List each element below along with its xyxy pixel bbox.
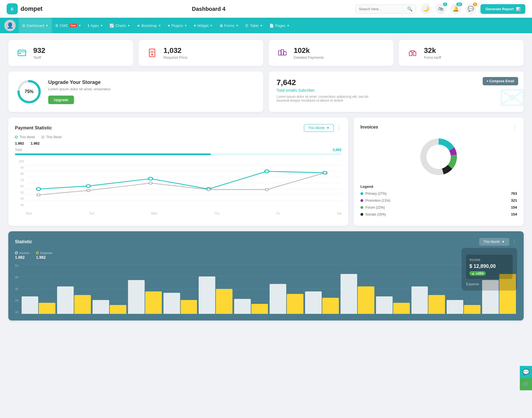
widget-arrow-icon: ▼ [210, 24, 213, 27]
statistic-month-button[interactable]: This Month ▼ [479, 238, 509, 246]
cms-icon: ⚙ [55, 24, 58, 28]
bar-yellow [251, 304, 268, 314]
svg-point-32 [149, 182, 152, 184]
svg-point-25 [86, 184, 90, 188]
widget-label: Widget [197, 24, 208, 28]
nav-item-forms[interactable]: 🖶 Forms ▼ [216, 18, 242, 33]
upgrade-button[interactable]: Upgrade [48, 96, 74, 104]
force-tariff-text: 32k Force tariff [424, 46, 441, 60]
statistic-legend-row: Income 1.982 Expense 1.982 [15, 251, 517, 260]
storage-card: 75% Upgrade Your Storage Lorem ipsum dol… [8, 71, 263, 112]
header-right: 🔍 🌙 🛍 2 🔔 12 💬 5 Generate Report 📊 [355, 4, 525, 14]
moon-toggle-button[interactable]: 🌙 [421, 4, 431, 14]
statistic-options-icon[interactable]: ⋮ [512, 239, 517, 245]
tariff-icon [15, 46, 29, 60]
week2-value: 1.982 [31, 141, 40, 145]
search-input[interactable] [359, 7, 405, 11]
statistic-card: Statistic This Month ▼ ⋮ Income 1.982 [8, 231, 524, 320]
bootstrap-icon: ★ [137, 24, 140, 28]
messages-badge: 5 [473, 2, 477, 6]
messages-button[interactable]: 💬 5 [466, 4, 476, 14]
search-box[interactable]: 🔍 [355, 4, 416, 14]
bar-group [341, 274, 374, 314]
tariff-value: 932 [33, 46, 45, 55]
payment-options-icon[interactable]: ⋮ [337, 125, 342, 131]
statistic-y-labels: 50 40 30 20 10 [15, 264, 21, 314]
required-price-value: 1,032 [163, 46, 187, 55]
statistic-header: Statistic This Month ▼ ⋮ [15, 238, 517, 246]
statistic-bars [21, 264, 517, 314]
nav-item-dashboard[interactable]: ⊞ Dashboard ▼ [19, 18, 52, 33]
expense-section-label: Expense [466, 282, 513, 286]
nav-item-pages[interactable]: 📄 Pages ▼ [266, 18, 293, 33]
svg-point-31 [87, 189, 90, 192]
notification-bell-button[interactable]: 🔔 12 [451, 4, 461, 14]
bar-yellow [39, 303, 55, 314]
bar-white [411, 286, 428, 314]
charts-icon: 📈 [109, 24, 114, 28]
bar-yellow [393, 303, 410, 314]
statistic-controls: This Month ▼ ⋮ [479, 238, 517, 246]
main-content: 932 Tariff 1,032 Required Price 102k Det… [0, 33, 532, 327]
storage-progress-circle: 75% [17, 79, 42, 104]
svg-point-6 [151, 54, 153, 55]
payment-legend-row: This Week This Week [15, 135, 342, 139]
nav-item-apps[interactable]: ℹ Apps ▼ [85, 18, 106, 33]
nav-item-plugins[interactable]: ♥ Plugins ▼ [164, 18, 190, 33]
forum-count: 154 [511, 205, 517, 209]
generate-report-label: Generate Report [485, 7, 514, 11]
dashboard-icon: ⊞ [22, 24, 25, 28]
nav-item-cms[interactable]: ⚙ CMS New ▼ [52, 18, 85, 33]
statistic-title: Statistic [15, 239, 32, 244]
svg-point-26 [149, 177, 153, 180]
nav-item-widget[interactable]: ♥ Widget ▼ [190, 18, 216, 33]
line-chart: 100 90 80 70 60 50 40 30 [15, 160, 342, 215]
detailed-payments-text: 102k Detalled Payments [294, 46, 324, 60]
email-subtitle: Total emails Subcriber. [277, 88, 516, 93]
invoices-options-icon[interactable]: ⋮ [512, 124, 517, 130]
stat-cards-row: 932 Tariff 1,032 Required Price 102k Det… [8, 40, 524, 66]
middle-row: 75% Upgrade Your Storage Lorem ipsum dol… [8, 71, 524, 112]
bar-yellow [322, 298, 339, 314]
socials-count: 154 [511, 212, 517, 216]
pages-arrow-icon: ▼ [287, 24, 290, 27]
expense-legend-item: Expense 1.982 [36, 251, 52, 260]
statistic-month-arrow-icon: ▼ [502, 240, 505, 244]
header: c dompet Dashboard 4 🔍 🌙 🛍 2 🔔 12 💬 5 Ge… [0, 0, 532, 18]
income-change-badge: ▲ +15% [469, 271, 486, 276]
bar-group [57, 286, 91, 314]
detailed-payments-value: 102k [294, 46, 324, 55]
bar-group [270, 284, 303, 314]
cms-label: CMS [60, 24, 68, 28]
required-price-icon [145, 46, 159, 60]
svg-rect-11 [413, 52, 416, 56]
logo-text: dompet [21, 5, 42, 12]
payment-this-month-button[interactable]: This Month ▼ [304, 124, 334, 132]
income-change-value: +15% [476, 272, 484, 275]
nav-item-bootstrap[interactable]: ★ Bootstrap ▼ [134, 18, 165, 33]
detailed-payments-label: Detalled Payments [294, 55, 324, 60]
stat-card-tariff: 932 Tariff [8, 40, 133, 66]
promotion-count: 321 [511, 198, 517, 202]
forms-arrow-icon: ▼ [236, 24, 239, 27]
nav-item-charts[interactable]: 📈 Charts ▼ [106, 18, 133, 33]
logo-area: c dompet [7, 3, 62, 14]
required-price-label: Required Price [163, 55, 187, 60]
invoices-legend: Legend Primary (27%) 763 Promotion (11%)… [360, 184, 517, 216]
bar-white [22, 296, 38, 314]
bar-group [305, 291, 339, 314]
bar-white [93, 300, 109, 314]
required-price-text: 1,032 Required Price [163, 46, 187, 60]
invoices-card: Invoices ⋮ Legend [354, 117, 524, 226]
svg-point-33 [207, 188, 210, 191]
generate-report-button[interactable]: Generate Report 📊 [480, 4, 525, 14]
nav-item-table[interactable]: ☰ Table ▼ [242, 18, 266, 33]
forms-label: Forms [224, 24, 235, 28]
payment-month-label: This Month [308, 126, 324, 130]
svg-rect-2 [19, 53, 21, 54]
statistic-bars-container [21, 264, 517, 314]
primary-label: Primary (27%) [365, 192, 387, 196]
income-box-label: Income [469, 258, 509, 262]
tariff-text: 932 Tariff [33, 46, 45, 60]
shop-icon-button[interactable]: 🛍 2 [436, 4, 446, 14]
